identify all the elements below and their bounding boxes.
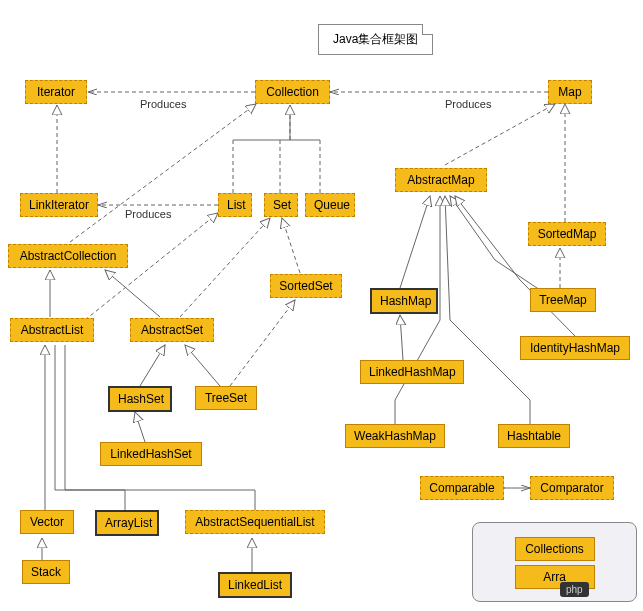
svg-line-26 (400, 196, 430, 288)
node-comparable: Comparable (420, 476, 504, 500)
node-abstractset: AbstractSet (130, 318, 214, 342)
node-abstractmap: AbstractMap (395, 168, 487, 192)
label-produces-2: Produces (445, 98, 491, 110)
node-sortedset: SortedSet (270, 274, 342, 298)
node-abstractsequentiallist: AbstractSequentialList (185, 510, 325, 534)
node-linkedlist: LinkedList (218, 572, 292, 598)
node-treeset: TreeSet (195, 386, 257, 410)
label-produces-1: Produces (140, 98, 186, 110)
legend-panel: Collections Arra (472, 522, 637, 602)
node-iterator: Iterator (25, 80, 87, 104)
node-hashtable: Hashtable (498, 424, 570, 448)
node-weakhashmap: WeakHashMap (345, 424, 445, 448)
node-comparator: Comparator (530, 476, 614, 500)
svg-line-23 (445, 104, 555, 165)
node-list: List (218, 193, 252, 217)
title-text: Java集合框架图 (333, 32, 418, 46)
node-map: Map (548, 80, 592, 104)
node-abstractcollection: AbstractCollection (8, 244, 128, 268)
node-queue: Queue (305, 193, 355, 217)
svg-line-14 (180, 218, 270, 317)
legend-collections: Collections (515, 537, 595, 561)
node-sortedmap: SortedMap (528, 222, 606, 246)
node-identityhashmap: IdentityHashMap (520, 336, 630, 360)
svg-line-13 (105, 270, 160, 317)
node-linkiterator: LinkIterator (20, 193, 98, 217)
node-arraylist: ArrayList (95, 510, 159, 536)
node-set: Set (264, 193, 298, 217)
node-collection: Collection (255, 80, 330, 104)
node-hashset: HashSet (108, 386, 172, 412)
node-linkedhashset: LinkedHashSet (100, 442, 202, 466)
node-treemap: TreeMap (530, 288, 596, 312)
node-stack: Stack (22, 560, 70, 584)
svg-line-19 (135, 412, 145, 442)
svg-line-10 (70, 104, 256, 242)
svg-line-15 (282, 218, 300, 273)
node-vector: Vector (20, 510, 74, 534)
node-hashmap: HashMap (370, 288, 438, 314)
node-abstractlist: AbstractList (10, 318, 94, 342)
svg-line-17 (185, 345, 220, 386)
svg-line-27 (400, 315, 403, 360)
watermark-badge: php (560, 582, 589, 597)
svg-line-18 (230, 300, 295, 386)
label-produces-3: Produces (125, 208, 171, 220)
svg-line-16 (140, 345, 165, 386)
diagram-title: Java集合框架图 (318, 24, 433, 55)
node-linkedhashmap: LinkedHashMap (360, 360, 464, 384)
